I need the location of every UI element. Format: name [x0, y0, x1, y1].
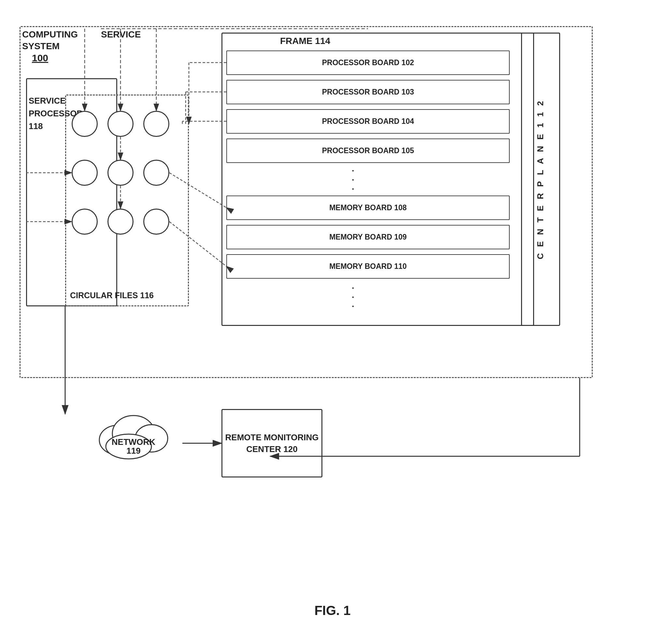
memory-board-110: MEMORY BOARD 110: [226, 254, 510, 279]
memory-board-108: MEMORY BOARD 108: [226, 196, 510, 220]
service-label: SERVICE: [101, 29, 141, 40]
computing-system-number: 100: [32, 52, 48, 64]
dots-2: ···: [352, 283, 354, 311]
circle-2-1: [108, 208, 134, 235]
circle-2-2: [143, 208, 169, 235]
circle-1-0: [72, 160, 98, 186]
frame-label: FRAME 114: [280, 35, 330, 47]
network-cloud-svg: NETWORK 119: [88, 401, 179, 466]
circle-0-0: [72, 111, 98, 137]
remote-monitoring-center-box: REMOTE MONITORING CENTER 120: [222, 409, 322, 477]
frame-box: [222, 33, 534, 326]
rmc-label: REMOTE MONITORING CENTER 120: [223, 431, 321, 455]
svg-text:NETWORK: NETWORK: [112, 437, 156, 447]
circle-2-0: [72, 208, 98, 235]
dots-1: ···: [352, 166, 354, 194]
memory-board-109: MEMORY BOARD 109: [226, 225, 510, 249]
fig-caption: FIG. 1: [314, 603, 350, 618]
processor-board-105: PROCESSOR BOARD 105: [226, 139, 510, 163]
processor-board-103: PROCESSOR BOARD 103: [226, 80, 510, 104]
circle-1-2: [143, 160, 169, 186]
circular-files-label: CIRCULAR FILES 116: [70, 290, 154, 301]
computing-system-label: COMPUTINGSYSTEM: [22, 29, 78, 53]
processor-board-104: PROCESSOR BOARD 104: [226, 109, 510, 134]
svg-text:119: 119: [126, 446, 140, 456]
diagram: COMPUTINGSYSTEM 100 SERVICE FRAME 114 SE…: [0, 0, 665, 644]
circle-0-1: [108, 111, 134, 137]
center-plane-label: C E N T E R P L A N E 1 1 2: [534, 99, 547, 259]
processor-board-102: PROCESSOR BOARD 102: [226, 51, 510, 75]
circle-0-2: [143, 111, 169, 137]
circle-1-1: [108, 160, 134, 186]
center-plane-box: C E N T E R P L A N E 1 1 2: [521, 33, 560, 326]
